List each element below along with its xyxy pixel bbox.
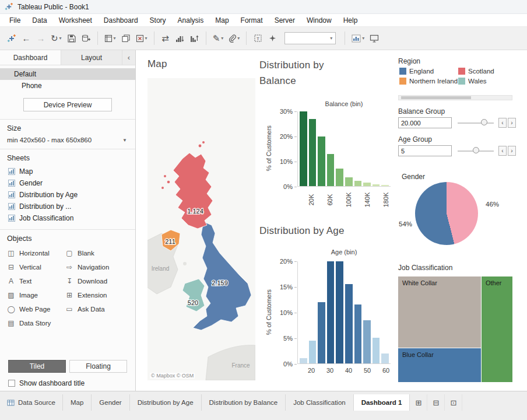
undo-button[interactable]: ← <box>19 30 33 47</box>
duplicate-button[interactable] <box>119 30 133 47</box>
object-item-vertical[interactable]: ⊟Vertical <box>7 260 65 274</box>
menu-item-server[interactable]: Server <box>269 14 301 26</box>
object-item-horizontal[interactable]: ◫Horizontal <box>7 246 65 260</box>
balance-group-slider[interactable] <box>458 117 494 128</box>
highlight-button[interactable]: ✎▾ <box>210 30 226 47</box>
bottom-tab-gender[interactable]: Gender <box>92 394 129 411</box>
legend-item-england[interactable]: England <box>399 68 458 75</box>
bottom-tab-distribution-by-balance[interactable]: Distribution by Balance <box>202 394 286 411</box>
device-item-default[interactable]: Default <box>0 68 135 80</box>
text-label-button[interactable]: T <box>251 30 265 47</box>
map-scotland-island[interactable] <box>167 181 170 184</box>
menu-item-story[interactable]: Story <box>144 14 172 26</box>
presentation-mode-button[interactable] <box>367 30 381 47</box>
swap-rows-columns-button[interactable]: ⇄ <box>159 30 173 47</box>
map-scotland-island[interactable] <box>164 175 166 177</box>
replay-button[interactable]: ↻▾ <box>48 30 64 47</box>
collapse-pane-button[interactable]: ‹ <box>122 50 135 65</box>
map-scotland-island[interactable] <box>161 187 164 189</box>
age-bar[interactable] <box>373 338 380 363</box>
treemap-cell-blue-collar[interactable]: Blue Collar <box>398 348 481 382</box>
menu-item-dashboard[interactable]: Dashboard <box>98 14 144 26</box>
sheet-item-distribution-by[interactable]: Distribution by ... <box>7 201 128 212</box>
tableau-logo-button[interactable] <box>5 30 19 47</box>
age-bar[interactable] <box>345 284 353 363</box>
age-group-input[interactable] <box>398 145 452 156</box>
legend-scrollbar-thumb[interactable] <box>401 96 471 99</box>
show-me-button[interactable]: ▾ <box>349 30 367 47</box>
new-dashboard-tab-button[interactable]: ⊟ <box>427 394 445 411</box>
balance-group-input[interactable] <box>398 117 452 128</box>
legend-item-scotland[interactable]: Scotland <box>458 68 514 75</box>
tab-dashboard[interactable]: Dashboard <box>0 50 61 65</box>
size-dropdown[interactable]: min 420x560 - max 650x860 ▼ <box>7 136 128 144</box>
balance-bar[interactable] <box>363 183 371 186</box>
tab-layout[interactable]: Layout <box>61 50 122 65</box>
age-bar[interactable] <box>363 320 371 363</box>
new-worksheet-tab-button[interactable]: ⊞ <box>410 394 427 411</box>
object-item-blank[interactable]: ▢Blank <box>65 246 128 260</box>
menu-item-window[interactable]: Window <box>301 14 338 26</box>
stepper-left-button[interactable]: ‹ <box>498 118 507 128</box>
object-item-download[interactable]: ↧Download <box>65 274 128 288</box>
bottom-tab-dashboard-1[interactable]: Dashboard 1 <box>354 394 410 411</box>
device-item-phone[interactable]: Phone <box>0 80 135 92</box>
menu-item-help[interactable]: Help <box>338 14 364 26</box>
device-preview-button[interactable]: Device Preview <box>23 98 112 111</box>
menu-item-worksheet[interactable]: Worksheet <box>53 14 98 26</box>
object-item-navigation[interactable]: ⇨Navigation <box>65 260 128 274</box>
balance-bar[interactable] <box>354 181 362 186</box>
legend-item-wales[interactable]: Wales <box>458 78 514 85</box>
age-group-slider[interactable] <box>458 145 494 156</box>
new-worksheet-button[interactable]: ▾ <box>102 30 118 47</box>
balance-bar[interactable] <box>336 169 343 186</box>
balance-bar[interactable] <box>373 184 380 186</box>
object-item-text[interactable]: AText <box>7 274 65 288</box>
treemap-cell-other[interactable]: Other <box>482 276 512 382</box>
tiled-button[interactable]: Tiled <box>8 360 66 373</box>
format-button[interactable] <box>265 30 279 47</box>
sort-descending-button[interactable] <box>188 30 202 47</box>
show-dashboard-title-checkbox[interactable] <box>8 380 15 387</box>
data-source-tab[interactable]: Data Source <box>0 394 63 411</box>
age-bar[interactable] <box>300 358 307 363</box>
object-item-ask-data[interactable]: ▭Ask Data <box>65 302 128 316</box>
bottom-tab-job-classification[interactable]: Job Classification <box>286 394 353 411</box>
save-button[interactable] <box>65 30 79 47</box>
age-bar[interactable] <box>327 261 335 363</box>
object-item-image[interactable]: ▨Image <box>7 288 65 302</box>
balance-bar[interactable] <box>300 111 307 186</box>
object-item-extension[interactable]: ⊞Extension <box>65 288 128 302</box>
sheet-item-map[interactable]: Map <box>7 166 128 177</box>
paperclip-button[interactable]: ▾ <box>226 30 242 47</box>
balance-bar[interactable] <box>381 185 389 186</box>
stepper-right-button[interactable]: › <box>508 118 516 128</box>
balance-slider-thumb[interactable] <box>481 119 487 125</box>
balance-bar[interactable] <box>309 119 317 186</box>
balance-bar[interactable] <box>327 154 335 186</box>
balance-bar[interactable] <box>345 177 353 186</box>
map-scotland-island[interactable] <box>202 141 205 144</box>
age-bar[interactable] <box>318 302 325 363</box>
menu-item-map[interactable]: Map <box>209 14 234 26</box>
object-item-web-page[interactable]: ◯Web Page <box>7 302 65 316</box>
legend-scrollbar[interactable] <box>398 95 512 100</box>
sheet-item-distribution-by-age[interactable]: Distribution by Age <box>7 189 128 201</box>
age-bar[interactable] <box>336 261 343 363</box>
treemap-cell-white-collar[interactable]: White Collar <box>398 276 481 348</box>
bottom-tab-distribution-by-age[interactable]: Distribution by Age <box>130 394 202 411</box>
menu-item-file[interactable]: File <box>3 14 26 26</box>
object-item-data-story[interactable]: ▤Data Story <box>7 316 65 330</box>
age-slider-thumb[interactable] <box>473 147 479 153</box>
fit-combo[interactable]: ▾ <box>284 32 336 44</box>
age-bar[interactable] <box>381 354 389 364</box>
legend-item-northern-ireland[interactable]: Northern Ireland <box>399 78 458 85</box>
bottom-tab-map[interactable]: Map <box>63 394 92 411</box>
age-bar[interactable] <box>354 304 362 363</box>
age-bar[interactable] <box>309 341 317 363</box>
balance-bar[interactable] <box>318 136 325 186</box>
clear-sheet-button[interactable]: ▾ <box>133 30 150 47</box>
gender-pie-chart[interactable] <box>415 182 478 245</box>
new-data-source-button[interactable] <box>79 30 93 47</box>
sheet-item-job-classification[interactable]: Job Classification <box>7 212 128 224</box>
